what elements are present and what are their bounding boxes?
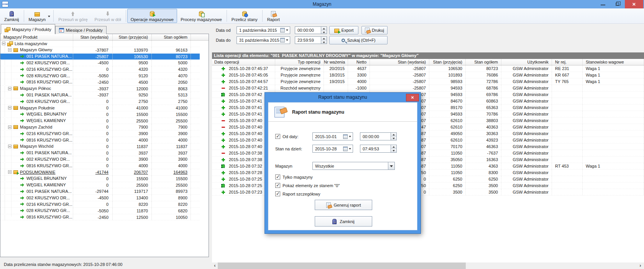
dialog-close-button[interactable]: × bbox=[406, 94, 419, 101]
data-od-field[interactable]: 1 października 2015 bbox=[237, 26, 290, 34]
tree-row[interactable]: 001 PIASEK NATURA...039373937 bbox=[0, 150, 200, 157]
ops-col-header[interactable]: Użytkownik bbox=[501, 59, 552, 65]
scrollbar-thumb[interactable] bbox=[218, 262, 466, 269]
od-daty-time-field[interactable]: 00:00:00 bbox=[360, 132, 397, 140]
minimize-button[interactable] bbox=[596, 0, 610, 8]
tree-row[interactable]: 028 KRUSZYWO GR...027502750 bbox=[0, 98, 200, 105]
tree-row[interactable]: 002 KRUSZYWO DR...-450095005000 bbox=[0, 60, 200, 66]
ops-col-header[interactable]: Netto bbox=[348, 59, 370, 65]
tree-row[interactable]: Magazyn Wschód01183711837 bbox=[0, 143, 200, 150]
time-do-spinner[interactable] bbox=[321, 37, 327, 44]
toolbar-button-procesy-magazynowe[interactable]: Procesy magazynowe bbox=[177, 9, 225, 23]
horizontal-scrollbar[interactable]: ‹ › bbox=[212, 262, 644, 269]
ops-col-header[interactable]: Nr rej. bbox=[552, 59, 583, 65]
spinner-down-icon[interactable] bbox=[391, 149, 396, 152]
time-spinner[interactable] bbox=[391, 133, 396, 140]
chevron-down-icon[interactable] bbox=[286, 29, 288, 31]
spinner-up-icon[interactable] bbox=[391, 145, 396, 149]
ops-col-header[interactable]: Stanowisko wagowe bbox=[583, 59, 644, 65]
tree-row[interactable]: 0216 KRUSZYWO GR...082208220 bbox=[0, 201, 200, 208]
stan-date-field[interactable]: 2015-10-28 bbox=[312, 145, 353, 153]
calendar-icon[interactable] bbox=[343, 147, 348, 151]
ops-row[interactable]: 2015-10-28 07:45:05Przyjęcie zewnętrzne1… bbox=[212, 72, 644, 78]
chevron-down-icon[interactable] bbox=[286, 39, 288, 41]
time-od-field[interactable]: 00:00:00 bbox=[295, 26, 327, 34]
ops-col-header[interactable]: Typ operacji bbox=[275, 59, 324, 65]
tree-row[interactable]: 0816 KRUSZYWO GR...-245045002050 bbox=[0, 79, 200, 86]
time-do-field[interactable]: 23:59:59 bbox=[295, 36, 327, 44]
ops-col-header[interactable]: Nr ważenia bbox=[324, 59, 348, 65]
tree-row[interactable]: Magazyn Zachód079007900 bbox=[0, 124, 200, 130]
tree-col-header[interactable]: Stan (wydania) bbox=[73, 34, 113, 40]
tree-row[interactable]: 002 KRUSZYWO DR...039003900 bbox=[0, 156, 200, 163]
chevron-down-icon[interactable] bbox=[349, 136, 351, 137]
tree-row[interactable]: Magazyn Północ-3937120008063 bbox=[0, 86, 200, 92]
spinner-down-icon[interactable] bbox=[321, 41, 327, 44]
tree-row[interactable]: 001 PIASEK NATURA...-393792505313 bbox=[0, 92, 200, 98]
generuj-raport-button[interactable]: Generuj raport bbox=[315, 200, 372, 210]
spinner-up-icon[interactable] bbox=[391, 133, 396, 137]
ops-row[interactable]: 2015-10-28 07:45:37Przyjęcie zewnętrzne2… bbox=[212, 65, 644, 72]
tree-row[interactable]: WĘGIEL BRUNATNY01550015500 bbox=[0, 176, 200, 182]
data-do-field[interactable]: 31 października 2015 bbox=[237, 36, 290, 44]
tree-expander-icon[interactable] bbox=[8, 126, 12, 129]
panel-splitter[interactable] bbox=[209, 24, 212, 269]
tree-row[interactable]: 001 PIASEK NATURA...-2580710653080723 bbox=[0, 54, 200, 60]
chevron-down-icon[interactable] bbox=[349, 148, 351, 150]
spinner-up-icon[interactable] bbox=[321, 27, 327, 31]
restore-button[interactable] bbox=[611, 0, 624, 8]
szukaj-button[interactable]: Szukaj (Ctrl+F) bbox=[329, 36, 388, 44]
tree-expander-icon[interactable] bbox=[8, 106, 12, 109]
ops-col-header[interactable]: Data operacji bbox=[212, 59, 275, 65]
tree-expander-icon[interactable] bbox=[2, 42, 5, 45]
stan-time-field[interactable]: 07:49:53 bbox=[360, 145, 397, 153]
time-spinner[interactable] bbox=[391, 145, 396, 152]
tree-col-header[interactable]: Stan (przyjęcia) bbox=[113, 34, 152, 40]
checkbox[interactable] bbox=[275, 183, 280, 188]
ops-row[interactable]: 2015-10-28 07:44:57Przyjęcie zewnętrzne1… bbox=[212, 78, 644, 85]
calendar-icon[interactable] bbox=[280, 38, 285, 42]
checkbox[interactable] bbox=[275, 191, 280, 196]
spinner-down-icon[interactable] bbox=[321, 31, 327, 34]
tree-row[interactable]: PODSUMOWANIE-41744206707164963 bbox=[0, 169, 200, 176]
toolbar-button-przesun-w-gore[interactable]: Przesuń w górę bbox=[55, 9, 91, 23]
scroll-right-icon[interactable]: › bbox=[637, 262, 643, 269]
tree-row[interactable]: 001 PIASEK NATURA...-2974411971789973 bbox=[0, 188, 200, 195]
toolbar-button-raport[interactable]: Raport bbox=[264, 9, 283, 23]
tree-expander-icon[interactable] bbox=[8, 145, 12, 148]
toolbar-button-magazyn[interactable]: Magazyn bbox=[25, 9, 53, 23]
chevron-down-icon[interactable] bbox=[48, 16, 50, 17]
tree-expander-icon[interactable] bbox=[8, 170, 12, 174]
toolbar-button-zamknij[interactable]: Zamknij bbox=[1, 9, 23, 23]
time-od-spinner[interactable] bbox=[321, 27, 327, 34]
tree-row[interactable]: 0816 KRUSZYWO GR...040004000 bbox=[0, 137, 200, 143]
tree-row[interactable]: 028 KRUSZYWO GR...-5050118706820 bbox=[0, 208, 200, 214]
tree-col-header[interactable]: Stan ogółem bbox=[152, 34, 191, 40]
window-close-button[interactable]: × bbox=[625, 0, 643, 8]
tree-row[interactable]: 0816 KRUSZYWO GR...040004000 bbox=[0, 163, 200, 169]
toolbar-button-operacje-magazynowe[interactable]: Operacje magazynowe bbox=[127, 9, 177, 23]
tab-miesi-ce-produkty[interactable]: Miesiące / Produkty bbox=[55, 26, 107, 34]
od-daty-checkbox[interactable] bbox=[275, 134, 280, 139]
export-button[interactable]: Export bbox=[329, 26, 358, 34]
magazyn-dropdown[interactable]: Wszystkie bbox=[312, 162, 395, 170]
drukuj-button[interactable]: Drukuj bbox=[361, 26, 388, 34]
calendar-icon[interactable] bbox=[280, 28, 285, 33]
tree-row[interactable]: WĘGIEL KAMIENNY02550025500 bbox=[0, 118, 200, 124]
tree-row[interactable]: 0216 KRUSZYWO GR...043204320 bbox=[0, 66, 200, 73]
toolbar-button-przelicz-stany[interactable]: Przelicz stany bbox=[228, 9, 261, 23]
spinner-up-icon[interactable] bbox=[321, 37, 327, 41]
tree-row[interactable]: 0216 KRUSZYWO GR...039003900 bbox=[0, 130, 200, 137]
tree-expander-icon[interactable] bbox=[8, 87, 12, 90]
tree-expander-icon[interactable] bbox=[8, 48, 12, 52]
tree-row[interactable]: Lista magazynów bbox=[0, 41, 200, 47]
spinner-down-icon[interactable] bbox=[391, 137, 396, 140]
tree-row[interactable]: Magazyn Południe04100041000 bbox=[0, 105, 200, 111]
tree-row[interactable]: 002 KRUSZYWO DR...-4500134008900 bbox=[0, 195, 200, 201]
tree-row[interactable]: 0816 KRUSZYWO GR...-24501250010050 bbox=[0, 214, 200, 221]
dialog-zamknij-button[interactable]: Zamknij bbox=[315, 216, 372, 227]
tree-row[interactable]: 028 KRUSZYWO GR...-505091204070 bbox=[0, 73, 200, 79]
toolbar-button-przesun-w-dol[interactable]: Przesuń w dół bbox=[91, 9, 125, 23]
checkbox[interactable] bbox=[275, 174, 280, 179]
tree-row[interactable]: WĘGIEL KAMIENNY02550025500 bbox=[0, 182, 200, 189]
